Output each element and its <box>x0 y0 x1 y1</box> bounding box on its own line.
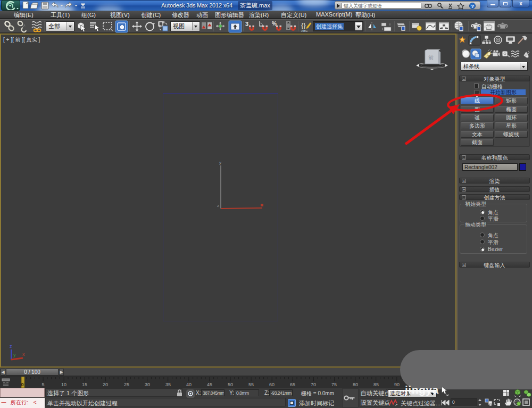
svg-text:z: z <box>10 344 12 349</box>
svg-text:y: y <box>13 352 16 357</box>
svg-text:?: ? <box>471 4 475 9</box>
svg-text:x: x <box>22 352 25 357</box>
svg-text:z: z <box>217 203 219 208</box>
svg-text:%: % <box>272 21 277 27</box>
svg-text:{}: {} <box>301 21 306 29</box>
svg-text:3: 3 <box>245 21 248 27</box>
svg-text:y: y <box>219 160 221 165</box>
svg-text:ABC: ABC <box>301 29 308 32</box>
